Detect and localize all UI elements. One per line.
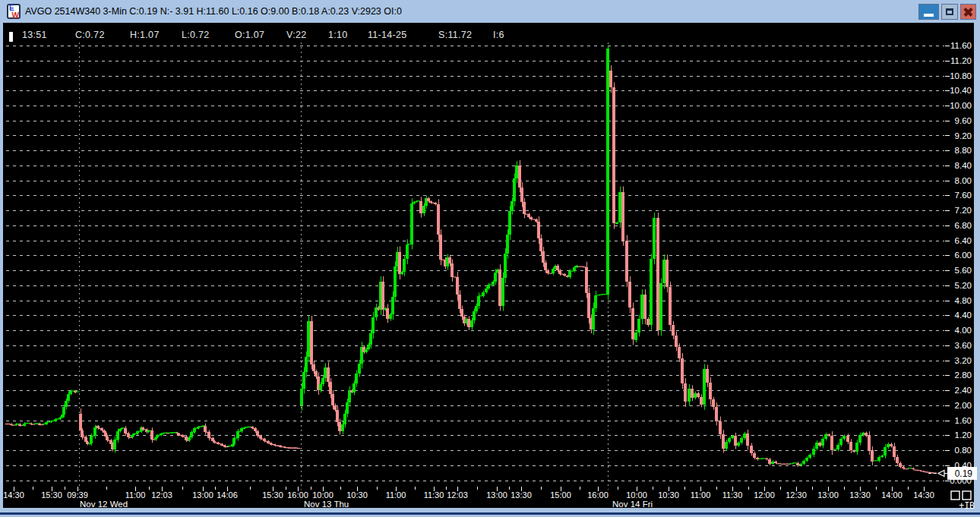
y-axis-label: 10.80	[950, 71, 972, 80]
x-axis-label: 15:30	[41, 490, 62, 500]
x-axis-label: 11:00	[125, 490, 146, 500]
bottom-right-controls[interactable]: +IB	[951, 491, 975, 511]
y-axis-label: 1.60	[955, 416, 972, 425]
y-axis-label: 6.80	[955, 221, 972, 230]
y-axis-label: 6.00	[955, 251, 972, 260]
x-axis-label: 13:30	[511, 490, 532, 500]
x-axis-label: 15:00	[550, 490, 571, 500]
y-axis-label: 4.00	[955, 326, 972, 335]
x-axis-label: 13:00	[192, 490, 213, 500]
x-axis-label: 10:30	[346, 490, 368, 500]
x-axis-label: 16:00	[287, 490, 308, 500]
x-axis-label: 14:06	[217, 490, 238, 500]
y-axis-label: 1.20	[955, 430, 972, 440]
last-price-label: 0.19	[955, 468, 973, 479]
x-axis-label: 14:30	[3, 490, 24, 500]
minimize-button[interactable]	[918, 4, 939, 20]
x-axis-label: 13:00	[817, 490, 839, 500]
chart-window: 13:51C:0.72H:1.07L:0.72O:1.07V:221:1011-…	[0, 0, 980, 517]
x-axis-label: 11:30	[722, 490, 743, 500]
ib-indicator-label: +IB	[959, 500, 975, 511]
window-title: AVGO 2514W340 3-Min C:0.19 N:- 3.91 H:11…	[25, 6, 402, 17]
minimize-icon	[924, 14, 934, 17]
x-axis-label: 12:03	[447, 490, 468, 500]
plot-area[interactable]	[6, 43, 944, 490]
x-axis-label: 10:00	[626, 490, 647, 500]
y-axis-label: 2.80	[955, 370, 972, 380]
x-axis-label: 16:00	[587, 490, 609, 500]
x-axis-label: 15:30	[262, 490, 283, 500]
y-axis-label: 7.20	[955, 206, 972, 215]
y-axis-label: 8.40	[955, 161, 972, 170]
y-axis-label: 4.80	[955, 296, 972, 305]
x-axis-label: 14:00	[881, 490, 903, 500]
y-axis-label: 6.40	[955, 236, 972, 245]
x-axis-label: 11:00	[386, 490, 406, 500]
titlebar[interactable]: E W AVGO 2514W340 3-Min C:0.19 N:- 3.91 …	[0, 0, 980, 23]
close-icon	[963, 6, 974, 17]
bottom-right-button-1[interactable]	[951, 491, 959, 500]
app-icon-letter-w: W	[12, 11, 19, 20]
app-icon: E W	[7, 4, 21, 19]
y-axis-label: 9.20	[955, 131, 972, 140]
x-axis-label: 13:30	[849, 490, 871, 500]
x-axis-label: 10:00	[312, 490, 334, 500]
x-axis-label: 12:03	[151, 490, 172, 500]
x-axis-label: 11:30	[424, 490, 444, 500]
y-axis-label: 0.80	[955, 446, 972, 455]
y-axis: 11.6011.2010.8010.4010.009.609.208.808.4…	[945, 41, 972, 485]
y-axis-label: 8.00	[955, 176, 972, 185]
x-axis-label: 11:00	[691, 490, 711, 500]
close-button[interactable]	[960, 4, 976, 20]
x-axis-label: 14:30	[913, 490, 934, 500]
x-axis-label: 13:00	[486, 490, 507, 500]
x-axis-label: 12:00	[754, 490, 775, 500]
day-label: Nov 12 Wed	[80, 500, 128, 509]
y-axis-label: 2.00	[955, 401, 972, 410]
y-axis-label: 8.80	[955, 146, 972, 155]
y-axis-label: 9.60	[955, 116, 972, 125]
y-axis-label: 4.40	[955, 311, 972, 320]
bottom-right-button-2[interactable]	[963, 491, 971, 500]
candlestick-chart[interactable]: 11.6011.2010.8010.4010.009.609.208.808.4…	[0, 0, 980, 517]
maximize-icon	[946, 8, 953, 15]
y-axis-label: 11.60	[950, 41, 972, 50]
window-controls	[918, 4, 976, 20]
day-label: Nov 14 Fri	[612, 500, 653, 509]
x-axis-label: 09:39	[67, 490, 88, 500]
x-axis-label: 10:30	[658, 490, 679, 500]
y-axis-label: 7.60	[955, 191, 972, 200]
y-axis-label: 2.40	[955, 386, 972, 395]
y-axis-label: 3.20	[955, 356, 972, 365]
day-label: Nov 13 Thu	[304, 500, 349, 509]
x-axis-label: 12:30	[786, 490, 807, 500]
y-axis-label: 5.20	[955, 281, 972, 290]
y-axis-label: 11.20	[950, 56, 972, 65]
y-axis-label: 3.60	[955, 341, 972, 350]
maximize-button[interactable]	[941, 4, 958, 20]
y-axis-label: 10.00	[950, 101, 972, 110]
y-axis-label: 5.60	[955, 266, 972, 275]
y-axis-label: 10.40	[950, 86, 972, 95]
